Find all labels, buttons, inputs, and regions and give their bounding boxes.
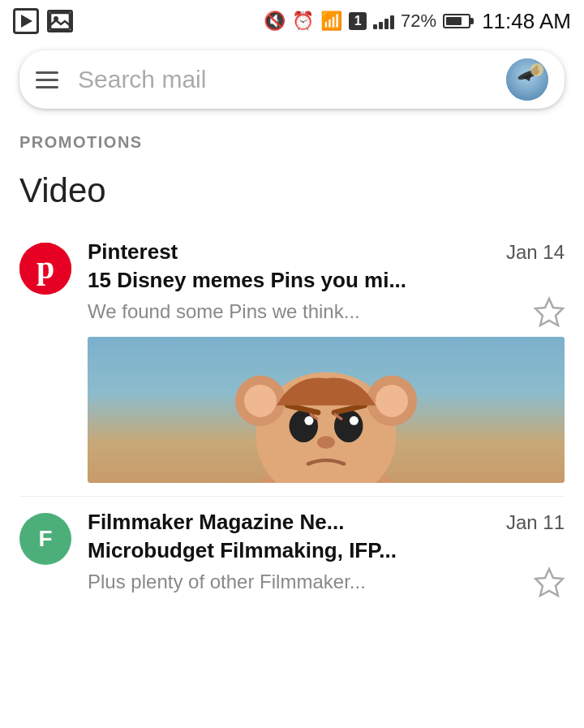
- sender-name-filmmaker: Filmmaker Magazine Ne...: [88, 510, 344, 535]
- email-date-pinterest: Jan 14: [506, 241, 565, 264]
- category-label: PROMOTIONS: [0, 117, 584, 158]
- avatar-image: [506, 58, 548, 101]
- mute-icon: 🔇: [264, 11, 286, 32]
- email-thumbnail-pinterest: [88, 337, 565, 483]
- search-input-placeholder[interactable]: Search mail: [78, 66, 487, 93]
- sender-name-pinterest: Pinterest: [88, 239, 178, 265]
- email-item-pinterest[interactable]: p Pinterest Jan 14 15 Disney memes Pins …: [0, 226, 584, 496]
- svg-point-8: [530, 63, 543, 76]
- thumbnail-image: [88, 337, 565, 483]
- battery-icon: [443, 14, 470, 28]
- email-subject-filmmaker: Microbudget Filmmaking, IFP...: [88, 538, 565, 563]
- notification-badge: 1: [349, 12, 367, 30]
- status-bar-right: 🔇 ⏰ 📶 1 72% 11:48 AM: [264, 9, 571, 34]
- email-header-pinterest: Pinterest Jan 14: [88, 239, 565, 265]
- status-bar: 🔇 ⏰ 📶 1 72% 11:48 AM: [0, 0, 584, 42]
- section-heading: Video: [0, 158, 584, 226]
- email-preview-row-pinterest: We found some Pins we think...: [88, 296, 565, 327]
- svg-point-26: [317, 436, 335, 449]
- email-item-filmmaker[interactable]: F Filmmaker Magazine Ne... Jan 11 Microb…: [0, 497, 584, 610]
- email-date-filmmaker: Jan 11: [506, 511, 565, 534]
- sender-initial-filmmaker: F: [38, 526, 52, 552]
- email-subject-pinterest: 15 Disney memes Pins you mi...: [88, 268, 565, 293]
- status-bar-left: [13, 8, 73, 34]
- pinterest-logo: p: [19, 243, 71, 295]
- search-bar[interactable]: Search mail: [19, 50, 565, 109]
- email-preview-filmmaker: Plus plenty of other Filmmaker...: [88, 571, 534, 593]
- email-content-pinterest: Pinterest Jan 14 15 Disney memes Pins yo…: [88, 239, 565, 483]
- svg-point-21: [334, 410, 363, 442]
- sender-avatar-filmmaker: F: [19, 513, 71, 565]
- user-avatar[interactable]: [506, 58, 548, 101]
- svg-point-23: [350, 416, 359, 425]
- svg-marker-27: [535, 569, 563, 596]
- star-icon-filmmaker[interactable]: [534, 566, 565, 597]
- svg-rect-0: [50, 13, 70, 29]
- svg-point-17: [244, 385, 277, 417]
- wifi-icon: 📶: [320, 11, 342, 32]
- svg-text:p: p: [36, 249, 54, 286]
- email-header-filmmaker: Filmmaker Magazine Ne... Jan 11: [88, 510, 565, 535]
- email-preview-row-filmmaker: Plus plenty of other Filmmaker...: [88, 566, 565, 597]
- svg-point-20: [290, 410, 319, 442]
- svg-point-22: [304, 416, 313, 425]
- email-preview-pinterest: We found some Pins we think...: [88, 300, 534, 323]
- youtube-icon: [13, 8, 39, 34]
- play-icon: [21, 15, 32, 28]
- battery-percent: 72%: [401, 11, 436, 32]
- email-content-filmmaker: Filmmaker Magazine Ne... Jan 11 Microbud…: [88, 510, 565, 597]
- status-time: 11:48 AM: [482, 9, 571, 34]
- signal-icon: [373, 13, 394, 29]
- svg-point-19: [376, 385, 408, 417]
- image-icon: [47, 10, 73, 32]
- svg-marker-11: [535, 299, 563, 325]
- search-bar-container: Search mail: [0, 42, 584, 117]
- sender-avatar-pinterest: p: [19, 243, 71, 295]
- star-icon-pinterest[interactable]: [534, 296, 565, 327]
- alarm-icon: ⏰: [292, 11, 314, 32]
- hamburger-icon[interactable]: [36, 71, 58, 88]
